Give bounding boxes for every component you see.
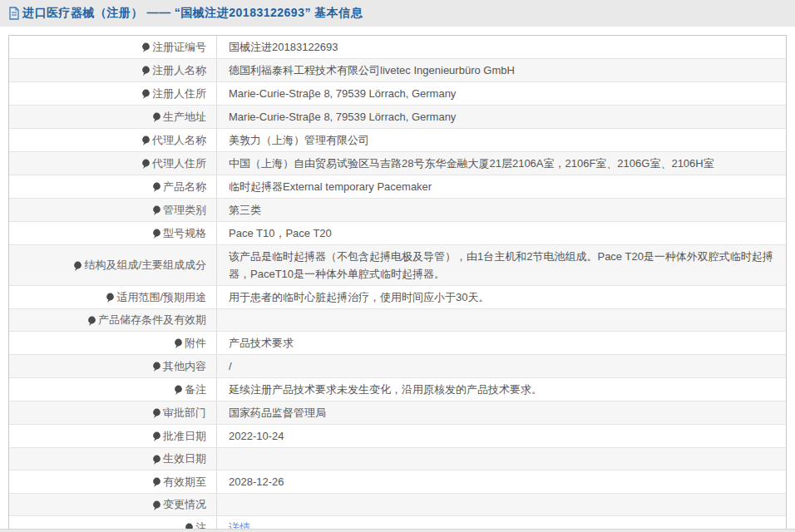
row-value-cell: 国械注进20183122693 xyxy=(217,36,786,58)
row-value: Marie-Curie-Straβe 8, 79539 Lörrach, Ger… xyxy=(229,108,456,126)
row-label-cell: 注册证编号 xyxy=(9,36,217,58)
table-row: 注册人名称 德国利福泰科工程技术有限公司livetec Ingenieurbür… xyxy=(9,58,786,81)
row-value-cell: 临时起搏器External temporary Pacemaker xyxy=(217,175,786,198)
page-title: 进口医疗器械（注册） —— “国械注进20183122693” 基本信息 xyxy=(22,6,363,21)
row-label: 适用范围/预期用途 xyxy=(116,289,206,306)
row-label: 生效日期 xyxy=(163,451,206,467)
row-label-cell: 代理人住所 xyxy=(9,152,217,175)
note-icon xyxy=(141,42,151,53)
row-value: 美敦力（上海）管理有限公司 xyxy=(229,131,369,149)
row-value: 中国（上海）自由贸易试验区马吉路28号东华金融大厦21层2106A室，2106F… xyxy=(229,155,714,172)
row-value-cell: 延续注册产品技术要求未发生变化，沿用原核发的产品技术要求。 xyxy=(217,378,786,401)
row-label: 管理类别 xyxy=(163,202,206,219)
row-value-cell xyxy=(217,448,786,470)
row-label-cell: 注册人住所 xyxy=(9,82,217,105)
row-value: / xyxy=(229,357,232,375)
note-icon xyxy=(141,66,151,76)
note-icon xyxy=(152,408,161,419)
table-row: 审批部门 国家药品监督管理局 xyxy=(9,401,786,424)
row-label: 变更情况 xyxy=(163,496,206,513)
row-label-cell: 型号规格 xyxy=(9,222,217,244)
row-value-cell: 用于患者的临时心脏起搏治疗，使用时间应小于30天。 xyxy=(217,286,786,308)
table-row: 管理类别 第三类 xyxy=(9,198,786,221)
table-row: 产品储存条件及有效期 xyxy=(9,308,786,331)
row-label-cell: 产品储存条件及有效期 xyxy=(9,309,217,331)
note-icon xyxy=(141,159,151,170)
table-row: 适用范围/预期用途 用于患者的临时心脏起搏治疗，使用时间应小于30天。 xyxy=(9,285,786,308)
row-value: 延续注册产品技术要求未发生变化，沿用原核发的产品技术要求。 xyxy=(229,381,542,398)
note-icon xyxy=(141,135,151,146)
row-label: 其他内容 xyxy=(163,358,206,375)
row-value-cell xyxy=(217,494,786,515)
table-row: 其他内容 / xyxy=(9,354,786,377)
row-label-cell: 代理人名称 xyxy=(9,129,217,151)
row-label-cell: 生产地址 xyxy=(9,106,217,128)
note-icon xyxy=(152,112,161,123)
row-label-cell: 注册人名称 xyxy=(9,59,217,81)
note-icon xyxy=(152,500,161,511)
row-label: 注册证编号 xyxy=(152,39,206,56)
note-icon xyxy=(87,316,96,327)
row-label-cell: 管理类别 xyxy=(9,199,217,221)
table-row: 备注 延续注册产品技术要求未发生变化，沿用原核发的产品技术要求。 xyxy=(9,377,786,401)
row-value: Pace T10，Pace T20 xyxy=(229,224,332,242)
row-label: 代理人名称 xyxy=(152,132,206,149)
row-label-cell: 结构及组成/主要组成成分 xyxy=(9,245,217,285)
document-icon xyxy=(8,7,20,20)
row-label: 型号规格 xyxy=(163,225,206,242)
row-value: 临时起搏器External temporary Pacemaker xyxy=(229,178,432,195)
row-value: 该产品是临时起搏器（不包含起搏电极及导管），由1台主机和2节电池组成。Pace … xyxy=(229,248,774,283)
note-icon xyxy=(174,338,183,349)
row-value: 国家药品监督管理局 xyxy=(229,404,326,421)
row-value-cell: 产品技术要求 xyxy=(217,332,786,354)
note-icon xyxy=(152,431,161,442)
note-icon xyxy=(141,89,151,100)
row-value-cell: 2028-12-26 xyxy=(217,470,786,493)
table-row: 注册人住所 Marie-Curie-Straβe 8, 79539 Lörrac… xyxy=(9,81,786,105)
row-label-cell: 其他内容 xyxy=(9,355,217,377)
row-label-cell: 变更情况 xyxy=(9,494,217,515)
row-value-cell: 该产品是临时起搏器（不包含起搏电极及导管），由1台主机和2节电池组成。Pace … xyxy=(217,245,786,285)
table-row: 有效期至 2028-12-26 xyxy=(9,470,786,493)
table-row: 型号规格 Pace T10，Pace T20 xyxy=(9,221,786,244)
note-icon xyxy=(152,477,161,488)
row-value-cell: Marie-Curie-Straβe 8, 79539 Lörrach, Ger… xyxy=(217,106,786,128)
note-icon xyxy=(174,385,183,396)
row-value-cell: 国家药品监督管理局 xyxy=(217,401,786,424)
row-value: 2028-12-26 xyxy=(229,473,284,490)
row-label: 代理人住所 xyxy=(152,155,206,172)
row-label-cell: 批准日期 xyxy=(9,425,217,447)
note-icon xyxy=(152,229,161,239)
table-row: 代理人名称 美敦力（上海）管理有限公司 xyxy=(9,128,786,151)
row-label-cell: 生效日期 xyxy=(9,448,217,470)
row-label: 产品储存条件及有效期 xyxy=(98,312,206,328)
row-value-cell: 中国（上海）自由贸易试验区马吉路28号东华金融大厦21层2106A室，2106F… xyxy=(217,152,786,175)
registration-info-table: 注册证编号 国械注进20183122693 注册人名称 德国利福泰科工程技术有限… xyxy=(8,35,787,532)
table-row: 批准日期 2022-10-24 xyxy=(9,424,786,447)
table-row: 生产地址 Marie-Curie-Straβe 8, 79539 Lörrach… xyxy=(9,105,786,128)
row-label-cell: 适用范围/预期用途 xyxy=(9,286,217,308)
table-row: 产品名称 临时起搏器External temporary Pacemaker xyxy=(9,175,786,198)
note-icon xyxy=(106,293,115,303)
row-value-cell: Marie-Curie-Straβe 8, 79539 Lörrach, Ger… xyxy=(217,82,786,105)
row-label: 有效期至 xyxy=(163,474,206,490)
row-value: 国械注进20183122693 xyxy=(229,38,338,56)
row-label: 产品名称 xyxy=(163,179,206,195)
row-value: 2022-10-24 xyxy=(229,427,284,445)
note-icon xyxy=(152,362,161,372)
row-value: 第三类 xyxy=(229,201,261,219)
row-value-cell: 第三类 xyxy=(217,199,786,221)
table-row: 附件 产品技术要求 xyxy=(9,331,786,354)
page-header: 进口医疗器械（注册） —— “国械注进20183122693” 基本信息 xyxy=(0,0,795,27)
row-label: 结构及组成/主要组成成分 xyxy=(84,257,206,273)
row-value: 德国利福泰科工程技术有限公司livetec Ingenieurbüro GmbH xyxy=(229,62,515,79)
row-value: 用于患者的临时心脏起搏治疗，使用时间应小于30天。 xyxy=(229,288,489,306)
row-label: 生产地址 xyxy=(163,109,206,126)
row-label-cell: 产品名称 xyxy=(9,175,217,198)
row-label-cell: 审批部门 xyxy=(9,401,217,424)
row-value: 产品技术要求 xyxy=(229,334,294,352)
table-row: 结构及组成/主要组成成分 该产品是临时起搏器（不包含起搏电极及导管），由1台主机… xyxy=(9,244,786,285)
table-row: 变更情况 xyxy=(9,493,786,515)
row-value-cell: 2022-10-24 xyxy=(217,425,786,447)
row-label: 注册人住所 xyxy=(152,86,206,102)
